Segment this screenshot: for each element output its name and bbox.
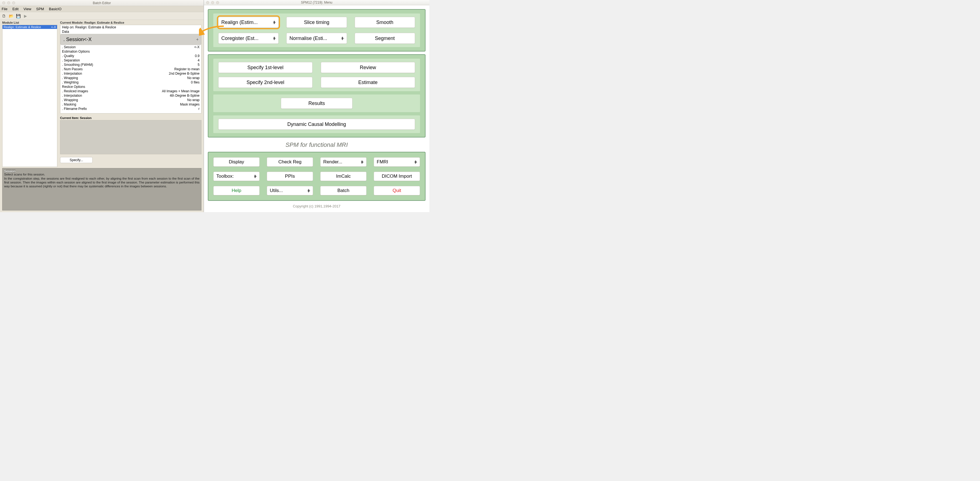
param-row[interactable]: Reslice Options bbox=[60, 84, 201, 89]
spm-titlebar: SPM12 (7219): Menu bbox=[204, 0, 430, 5]
param-row[interactable]: Data bbox=[60, 30, 201, 34]
stats-panel: Specify 1st-level Review Specify 2nd-lev… bbox=[208, 54, 425, 138]
param-value: No wrap bbox=[187, 76, 199, 80]
menu-basicio[interactable]: BasicIO bbox=[49, 7, 62, 11]
spm-menu-window: SPM12 (7219): Menu Realign (Estim... ▲▼ … bbox=[204, 0, 430, 212]
menu-file[interactable]: File bbox=[2, 7, 8, 11]
updown-icon: ▲▼ bbox=[361, 160, 363, 164]
updown-icon: ▲▼ bbox=[341, 37, 344, 40]
param-row[interactable]: . WrappingNo wrap bbox=[60, 98, 201, 102]
menu-edit[interactable]: Edit bbox=[13, 7, 19, 11]
fmri-select[interactable]: FMRI▲▼ bbox=[374, 157, 420, 167]
module-item-realign[interactable]: Realign: Estimate & Reslice <-X bbox=[3, 25, 57, 29]
toolbox-label: Toolbox: bbox=[216, 173, 234, 179]
menu-spm[interactable]: SPM bbox=[36, 7, 44, 11]
coregister-select[interactable]: Coregister (Est... ▲▼ bbox=[218, 33, 278, 44]
quit-button[interactable]: Quit bbox=[374, 186, 420, 195]
toolbox-select[interactable]: Toolbox:▲▼ bbox=[213, 171, 259, 181]
param-row[interactable]: . Interpolation4th Degree B-Spline bbox=[60, 94, 201, 98]
module-item-name: Realign: Estimate & Reslice bbox=[3, 25, 41, 29]
module-item-mark: <-X bbox=[51, 25, 56, 29]
normalise-select[interactable]: Normalise (Esti... ▲▼ bbox=[286, 33, 347, 44]
param-row[interactable]: . Weighting0 files bbox=[60, 80, 201, 84]
param-row[interactable]: . Num PassesRegister to mean bbox=[60, 67, 201, 71]
param-label: . Num Passes bbox=[62, 67, 83, 71]
param-row[interactable]: . Session<-X bbox=[60, 45, 201, 49]
open-icon[interactable]: 📂 bbox=[8, 13, 14, 19]
updown-icon: ▲▼ bbox=[272, 21, 275, 24]
param-row[interactable]: . Smoothing (FWHM)5 bbox=[60, 62, 201, 67]
checkreg-button[interactable]: Check Reg bbox=[267, 157, 313, 167]
param-label: . Weighting bbox=[62, 80, 78, 84]
param-row[interactable]: . Separation4 bbox=[60, 58, 201, 62]
param-value: 2nd Degree B-Spline bbox=[169, 71, 199, 76]
copyright: Copyright (c) 1991,1994-2017 bbox=[208, 204, 425, 208]
new-icon[interactable]: 🗋 bbox=[1, 13, 6, 19]
param-row[interactable]: Help on: Realign: Estimate & Reslice bbox=[60, 25, 201, 30]
param-label: Help on: Realign: Estimate & Reslice bbox=[62, 25, 116, 30]
param-label: . Session bbox=[62, 45, 75, 49]
smooth-button[interactable]: Smooth bbox=[355, 17, 415, 28]
help-body: In the coregistration step, the sessions… bbox=[4, 176, 199, 188]
specify-button[interactable]: Specify... bbox=[60, 157, 92, 163]
results-button[interactable]: Results bbox=[281, 98, 353, 109]
util-panel: Display Check Reg Render...▲▼ FMRI▲▼ Too… bbox=[208, 152, 425, 201]
param-label: . Quality bbox=[62, 54, 74, 58]
param-value: 4th Degree B-Spline bbox=[170, 94, 199, 98]
dicom-button[interactable]: DICOM Import bbox=[374, 171, 420, 181]
param-row[interactable]: . Quality0.9 bbox=[60, 54, 201, 58]
param-row[interactable]: . WrappingNo wrap bbox=[60, 76, 201, 80]
param-label: . Resliced images bbox=[62, 89, 88, 94]
param-row[interactable]: Estimation Options bbox=[60, 49, 201, 54]
batch-button[interactable]: Batch bbox=[320, 186, 366, 195]
ppis-button[interactable]: PPIs bbox=[267, 171, 313, 181]
render-label: Render... bbox=[323, 159, 342, 165]
help-button[interactable]: Help bbox=[213, 186, 259, 195]
param-row[interactable]: . MaskingMask images bbox=[60, 102, 201, 106]
imcalc-button[interactable]: ImCalc bbox=[320, 171, 366, 181]
param-label: . Session bbox=[64, 37, 84, 41]
param-label: . Interpolation bbox=[62, 94, 82, 98]
help-panel: Session Select scans for this session. I… bbox=[2, 168, 202, 211]
estimate-button[interactable]: Estimate bbox=[321, 77, 415, 88]
help-subheading: Select scans for this session. bbox=[4, 173, 199, 176]
realign-select[interactable]: Realign (Estim... ▲▼ bbox=[218, 17, 278, 28]
updown-icon: ▲▼ bbox=[253, 175, 256, 178]
param-value: 0.9 bbox=[195, 54, 199, 58]
render-select[interactable]: Render...▲▼ bbox=[320, 157, 366, 167]
normalise-label: Normalise (Esti... bbox=[290, 35, 327, 41]
current-item-box[interactable] bbox=[60, 120, 202, 154]
param-label: . Wrapping bbox=[62, 76, 78, 80]
param-value: 0 files bbox=[191, 80, 199, 84]
batch-menubar[interactable]: File Edit View SPM BasicIO bbox=[0, 6, 204, 12]
param-row[interactable]: . Resliced imagesAll Images + Mean Image bbox=[60, 89, 201, 94]
param-row[interactable]: . Interpolation2nd Degree B-Spline bbox=[60, 71, 201, 76]
param-row[interactable]: . Session<-X bbox=[60, 34, 201, 45]
current-module-label: Current Module: Realign: Estimate & Resl… bbox=[60, 21, 202, 24]
specify-2nd-button[interactable]: Specify 2nd-level bbox=[218, 77, 312, 88]
module-list[interactable]: Realign: Estimate & Reslice <-X bbox=[2, 25, 57, 167]
run-icon[interactable]: ▶ bbox=[22, 13, 28, 19]
param-label: . Separation bbox=[62, 58, 80, 62]
segment-button[interactable]: Segment bbox=[355, 33, 415, 44]
review-button[interactable]: Review bbox=[321, 62, 415, 73]
dcm-button[interactable]: Dynamic Causal Modelling bbox=[218, 119, 415, 130]
param-value: r bbox=[199, 106, 199, 111]
slice-timing-button[interactable]: Slice timing bbox=[286, 17, 347, 28]
param-list[interactable]: Help on: Realign: Estimate & ResliceData… bbox=[60, 25, 202, 113]
param-value: <-X bbox=[194, 45, 199, 49]
display-button[interactable]: Display bbox=[213, 157, 259, 167]
updown-icon: ▲▼ bbox=[307, 189, 310, 192]
save-icon[interactable]: 💾 bbox=[16, 13, 21, 19]
batch-toolbar: 🗋 📂 💾 ▶ bbox=[0, 12, 204, 20]
current-module-panel: Current Module: Realign: Estimate & Resl… bbox=[60, 21, 202, 167]
menu-view[interactable]: View bbox=[24, 7, 31, 11]
specify-1st-button[interactable]: Specify 1st-level bbox=[218, 62, 312, 73]
param-label: . Interpolation bbox=[62, 71, 82, 76]
param-label: Reslice Options bbox=[62, 84, 85, 89]
batch-title: Batch Editor bbox=[0, 1, 204, 5]
param-row[interactable]: . Filename Prefixr bbox=[60, 106, 201, 111]
param-value: 5 bbox=[197, 62, 199, 67]
utils-select[interactable]: Utils...▲▼ bbox=[267, 186, 313, 195]
param-value: Mask images bbox=[180, 102, 199, 106]
